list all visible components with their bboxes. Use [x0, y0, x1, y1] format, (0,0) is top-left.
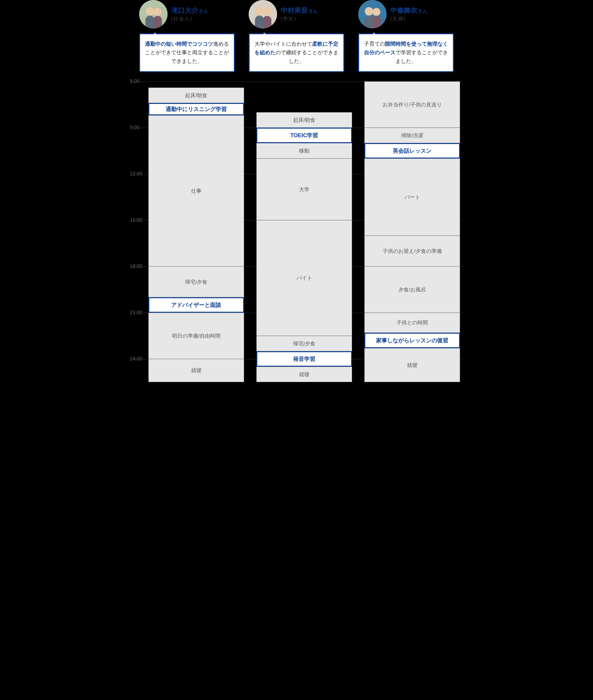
svg-rect-4	[145, 16, 154, 28]
person-header: 中村果音さん (学生)	[249, 0, 344, 28]
schedule-columns: 起床/朝食通勤中にリスニング学習仕事帰宅/夕食アドバイザーと面談明日の準備/自由…	[148, 81, 460, 390]
schedule-block: 子供との時間	[364, 313, 460, 333]
avatar-placeholder-icon	[139, 0, 167, 28]
person-san: さん	[418, 8, 427, 13]
schedule-block-highlight: 英会話レッスン	[364, 143, 460, 159]
svg-rect-16	[364, 16, 373, 28]
schedule-block: 就寝	[256, 367, 352, 382]
schedule-block: 大学	[256, 159, 352, 220]
svg-point-9	[263, 8, 271, 16]
svg-rect-17	[372, 16, 381, 28]
person-san: さん	[199, 8, 208, 13]
person-p1: 滝口大介さん (社会人) 通勤中の短い時間でコツコツ進めることができて仕事と両立…	[139, 0, 235, 72]
name-box: 中條舞衣さん (主婦)	[390, 6, 427, 22]
schedule-block: 就寝	[148, 359, 244, 382]
schedule-block-highlight: 通勤中にリスニング学習	[148, 103, 244, 115]
schedule-col-p1: 起床/朝食通勤中にリスニング学習仕事帰宅/夕食アドバイザーと面談明日の準備/自由…	[148, 81, 244, 390]
svg-point-14	[365, 7, 373, 16]
avatar-placeholder-icon	[358, 0, 387, 28]
schedule-block: 夕食/お風呂	[364, 266, 460, 313]
svg-point-3	[153, 8, 161, 16]
person-role: (社会人)	[171, 16, 208, 22]
svg-point-8	[255, 7, 264, 16]
person-header: 滝口大介さん (社会人)	[139, 0, 235, 28]
person-p3: 中條舞衣さん (主婦) 子育ての隙間時間を使って無理なく自分のペースで学習するこ…	[358, 0, 454, 72]
person-name: 中條舞衣	[390, 6, 418, 14]
svg-point-15	[372, 8, 381, 16]
schedule-block: 子供のお迎え/夕食の準備	[364, 236, 460, 266]
schedule-block: 掃除/洗濯	[364, 128, 460, 143]
bubble-part: 通勤中の短い時間でコツコツ	[145, 41, 213, 47]
profiles-row: 滝口大介さん (社会人) 通勤中の短い時間でコツコツ進めることができて仕事と両立…	[130, 0, 463, 72]
bubble-part: で学習することができました。	[396, 50, 448, 64]
person-name: 中村果音	[281, 6, 308, 14]
bubble-part: ので継続することができました。	[276, 50, 339, 64]
speech-bubble: 大学やバイトに合わせて柔軟に予定を組めたので継続することができました。	[249, 33, 344, 72]
person-role: (主婦)	[390, 16, 427, 22]
svg-rect-10	[255, 16, 264, 28]
schedule-block: 帰宅/夕食	[256, 336, 352, 351]
person-san: さん	[309, 8, 318, 13]
avatar	[249, 0, 277, 28]
schedule-block-highlight: TOEIC学習	[256, 128, 352, 143]
schedule-block: 起床/朝食	[148, 88, 244, 103]
schedule-block: 移動	[256, 143, 352, 159]
schedule-block: 帰宅/夕食	[148, 266, 244, 297]
schedule-block: 明日の準備/自由時間	[148, 313, 244, 359]
person-name: 滝口大介	[171, 6, 198, 14]
svg-point-2	[146, 7, 154, 16]
name-box: 中村果音さん (学生)	[281, 6, 318, 22]
svg-rect-5	[153, 16, 162, 28]
avatar	[358, 0, 387, 28]
person-header: 中條舞衣さん (主婦)	[358, 0, 454, 28]
schedule-block: お弁当作り/子供の見送り	[364, 81, 460, 128]
schedule-block: パート	[364, 159, 460, 236]
schedule-col-p3: お弁当作り/子供の見送り掃除/洗濯英会話レッスンパート子供のお迎え/夕食の準備夕…	[364, 81, 460, 390]
speech-bubble: 通勤中の短い時間でコツコツ進めることができて仕事と両立することができました。	[139, 33, 235, 72]
schedule-block-highlight: 発音学習	[256, 351, 352, 367]
name-box: 滝口大介さん (社会人)	[171, 6, 208, 22]
person-p2: 中村果音さん (学生) 大学やバイトに合わせて柔軟に予定を組めたので継続すること…	[249, 0, 344, 72]
schedule-block-highlight: 家事しながらレッスンの復習	[364, 333, 460, 348]
bubble-part: 子育ての	[364, 41, 385, 47]
avatar	[139, 0, 167, 28]
schedule-block: バイト	[256, 220, 352, 336]
person-role: (学生)	[281, 16, 318, 22]
timeline: 6:009:0012:0015:0018:0021:0024:00 起床/朝食通…	[130, 81, 463, 390]
schedule-col-p2: 起床/朝食TOEIC学習移動大学バイト帰宅/夕食発音学習就寝	[256, 81, 352, 390]
svg-rect-11	[263, 16, 272, 28]
bubble-part: 大学やバイトに合わせて	[254, 41, 312, 47]
schedule-block: 仕事	[148, 115, 244, 266]
schedule-block: 就寝	[364, 348, 460, 382]
schedule-block-highlight: アドバイザーと面談	[148, 297, 244, 313]
schedule-block: 起床/朝食	[256, 112, 352, 128]
avatar-placeholder-icon	[249, 0, 277, 28]
speech-bubble: 子育ての隙間時間を使って無理なく自分のペースで学習することができました。	[358, 33, 454, 72]
